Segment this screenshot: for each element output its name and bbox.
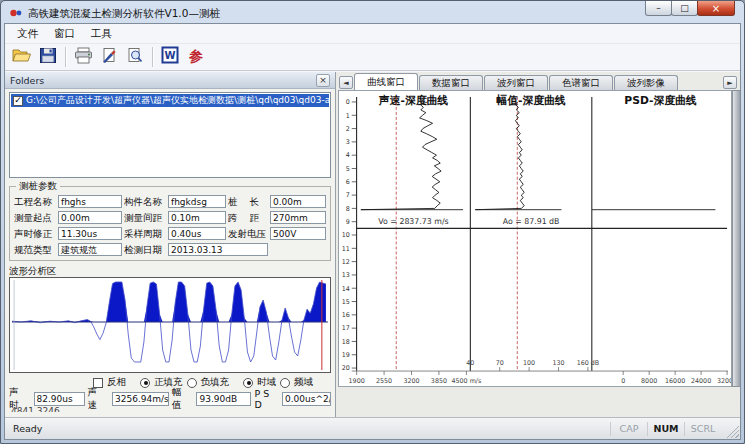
folders-panel: Folders × G:\公司产品设计开发\超声仪器\超声仪实地检测数据\测桩\… [5,72,336,417]
tab-label: 波列窗口 [497,77,535,90]
pile-params-grid: 工程名称 fhghs 构件名称 fhgkdsg 桩 长 0.00m 测量起点 0… [14,195,326,256]
depth-curves-chart: 声速-深度曲线幅值-深度曲线PSD-深度曲线012345678910111213… [338,90,732,387]
file-list-item[interactable]: G:\公司产品设计开发\超声仪器\超声仪实地检测数据\测桩\qd\qd03\qd… [11,94,329,107]
param-label: 检测日期 [124,243,166,256]
tab-label: 数据窗口 [432,77,470,90]
client-area: 文件 窗口 工具 W [4,23,741,440]
tab-label: 色谱窗口 [562,77,600,90]
time-correction-field[interactable]: 11.30us [58,227,122,240]
open-file-button[interactable] [9,45,35,69]
vertical-scrollbar[interactable] [732,90,741,387]
toolbar: W 参 [5,44,740,71]
svg-text:1900: 1900 [349,377,365,385]
chart-panel: ◄ 曲线窗口 数据窗口 波列窗口 色谱窗口 波列影像 ► 声速-深度曲线幅值-深… [336,72,740,417]
pile-length-field[interactable]: 0.00m [270,195,326,208]
tab-data-window[interactable]: 数据窗口 [419,75,483,90]
window-controls: – □ × [646,1,735,16]
svg-text:声速-深度曲线: 声速-深度曲线 [378,94,448,107]
maximize-button[interactable]: □ [671,1,698,16]
sound-speed-field[interactable]: 3256.94m/s [112,392,169,406]
fill-negative-label: 负填充 [201,376,230,389]
menu-window[interactable]: 窗口 [46,25,83,43]
tab-wavetrain-image[interactable]: 波列影像 [614,75,678,90]
psd-field[interactable]: 0.00us^2/m [282,392,331,406]
svg-text:24000: 24000 [691,377,711,385]
folders-title: Folders [10,75,44,86]
pile-params-group: 测桩参数 工程名称 fhghs 构件名称 fhgkdsg 桩 长 0.00m 测… [9,186,331,261]
tab-bar: ◄ 曲线窗口 数据窗口 波列窗口 色谱窗口 波列影像 ► [336,72,740,90]
folders-close-icon[interactable]: × [316,74,330,87]
print-preview-icon [126,47,144,68]
sound-time-field[interactable]: 82.90us [34,392,85,406]
param-label: 构件名称 [124,195,166,208]
menu-tools[interactable]: 工具 [83,25,120,43]
fill-negative-radio[interactable] [187,378,197,388]
file-path: G:\公司产品设计开发\超声仪器\超声仪实地检测数据\测桩\qd\qd03\qd… [26,94,329,107]
tab-scroll-right[interactable]: ► [723,76,737,89]
sample-period-field[interactable]: 0.40us [168,227,226,240]
svg-text:16: 16 [342,311,350,319]
folder-item-checkbox[interactable] [13,96,23,106]
spacing-field[interactable]: 0.10m [168,211,226,224]
tab-scroll-left[interactable]: ◄ [339,76,353,89]
param-label: 规范类型 [14,243,56,256]
word-export-button[interactable]: W [157,45,183,69]
param-label: 测量间距 [124,211,166,224]
svg-text:19: 19 [342,351,350,359]
waveform-area-title: 波形分析区 [9,265,331,277]
amplitude-label: 幅 值 [172,386,194,412]
word-icon: W [161,46,179,68]
svg-text:32000: 32000 [717,377,731,385]
save-button[interactable] [35,45,61,69]
tab-spectrum-window[interactable]: 色谱窗口 [549,75,613,90]
close-button[interactable]: × [697,1,735,16]
num-indicator: NUM [647,422,684,436]
amplitude-field[interactable]: 93.90dB [196,392,251,406]
save-floppy-icon [39,47,57,68]
parameters-button[interactable]: 参 [183,45,209,69]
tab-curve-window[interactable]: 曲线窗口 [354,73,418,90]
menu-file[interactable]: 文件 [9,25,46,43]
print-setup-button[interactable] [96,45,122,69]
svg-text:13: 13 [342,271,350,279]
caps-indicator: CAP [610,422,647,436]
fill-positive-radio[interactable] [140,378,150,388]
svg-text:4: 4 [346,151,350,159]
component-name-field[interactable]: fhgkdsg [168,195,226,208]
test-date-field[interactable]: 2013.03.13 [168,243,268,256]
minimize-button[interactable]: – [645,1,672,16]
tab-wavetrain-window[interactable]: 波列窗口 [484,75,548,90]
window-title: 高铁建筑混凝土检测分析软件V1.0—测桩 [28,7,220,21]
svg-text:20: 20 [342,364,350,372]
svg-text:3: 3 [346,138,350,146]
freq-domain-radio[interactable] [280,378,290,388]
scroll-indicator: SCRL [684,422,721,436]
print-preview-button[interactable] [122,45,148,69]
main-area: Folders × G:\公司产品设计开发\超声仪器\超声仪实地检测数据\测桩\… [5,72,740,417]
time-domain-radio[interactable] [243,378,253,388]
svg-text:幅值-深度曲线: 幅值-深度曲线 [496,94,566,107]
svg-text:4500 m/s: 4500 m/s [451,377,481,385]
voltage-field[interactable]: 500V [270,227,326,240]
svg-text:14: 14 [342,284,350,292]
svg-text:2550: 2550 [376,377,392,385]
svg-text:70: 70 [496,359,504,367]
file-list[interactable]: G:\公司产品设计开发\超声仪器\超声仪实地检测数据\测桩\qd\qd03\qd… [9,92,331,178]
printer-icon [74,47,93,68]
param-label: 桩 长 [228,195,268,208]
svg-text:9: 9 [346,218,350,226]
waveform-plot[interactable] [9,277,331,373]
param-label: 测量起点 [14,211,56,224]
print-button[interactable] [70,45,96,69]
span-field[interactable]: 270mm [270,211,326,224]
param-label: 工程名称 [14,195,56,208]
svg-text:16000: 16000 [665,377,685,385]
start-point-field[interactable]: 0.00m [58,211,122,224]
standard-type-field[interactable]: 建筑规范 [58,243,122,256]
project-name-field[interactable]: fhghs [58,195,122,208]
open-folder-icon [12,47,32,68]
svg-text:11: 11 [342,245,350,253]
resize-grip[interactable] [724,423,739,438]
svg-text:Vo = 2837.73 m/s: Vo = 2837.73 m/s [378,217,448,226]
svg-text:12: 12 [342,258,350,266]
